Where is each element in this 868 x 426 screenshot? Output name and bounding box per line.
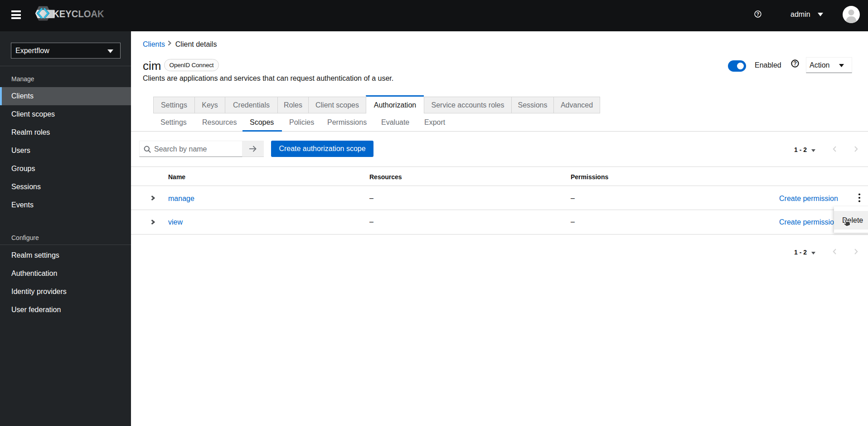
svg-text:KEYCLOAK: KEYCLOAK	[53, 8, 104, 20]
svg-text:?: ?	[756, 11, 759, 17]
svg-text:?: ?	[793, 60, 797, 67]
